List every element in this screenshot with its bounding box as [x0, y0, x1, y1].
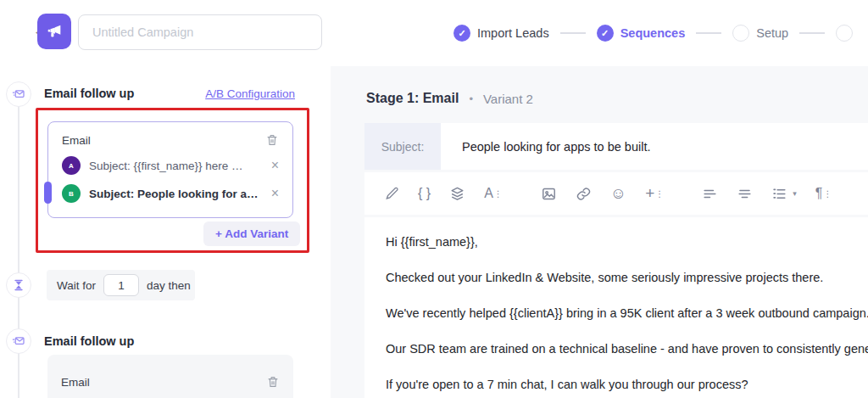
email-variant-card: Email A Subject: {{first_name}} here … ×…	[47, 121, 293, 218]
step-connector	[799, 32, 825, 34]
variant-a-badge: A	[62, 156, 81, 175]
trash-icon[interactable]	[266, 375, 280, 389]
wait-suffix: day then	[147, 279, 191, 292]
section-title: Email follow up	[44, 87, 134, 100]
campaign-name-input[interactable]	[78, 14, 322, 50]
check-circle-icon: ✓	[597, 25, 614, 42]
subject-row: Subject: People looking for apps to be b…	[364, 123, 868, 170]
megaphone-icon	[37, 14, 71, 49]
trash-icon[interactable]	[265, 133, 279, 147]
paragraph-icon[interactable]: ¶⋮	[815, 184, 832, 203]
step-label: Import Leads	[477, 26, 549, 40]
dot-separator: •	[469, 92, 473, 105]
wait-step: Wait for day then	[47, 270, 195, 300]
step-next[interactable]	[836, 25, 853, 42]
section-title: Email follow up	[44, 334, 134, 348]
card-type-label: Email	[61, 376, 90, 389]
empty-circle-icon	[732, 25, 749, 42]
align-left-icon[interactable]	[702, 184, 718, 203]
subject-value: People looking for apps to be built.	[462, 140, 650, 154]
close-icon[interactable]: ×	[271, 186, 279, 201]
align-center-icon[interactable]	[737, 184, 753, 203]
campaign-builder-app: ← ✓ Import Leads ✓ Sequences Se	[0, 0, 868, 398]
step-label: Setup	[756, 26, 788, 40]
body-line: If you're open to a 7 min chat, I can wa…	[386, 377, 868, 393]
stage-title: Stage 1: Email	[366, 91, 459, 106]
email-card-2: Email Subj	[47, 355, 293, 398]
add-variant-button[interactable]: + Add Variant	[203, 221, 300, 246]
ab-configuration-link[interactable]: A/B Configuration	[205, 87, 295, 100]
variant-b-badge: B	[62, 184, 81, 203]
wait-days-input[interactable]	[103, 274, 139, 296]
body-line: Our SDR team are trained on a technical …	[386, 341, 868, 357]
font-style-icon[interactable]: A⋮	[484, 184, 502, 203]
emoji-icon[interactable]: ☺	[610, 184, 626, 203]
sequence-sidebar: Email follow up A/B Configuration Email …	[0, 66, 331, 398]
step-label: Sequences	[620, 26, 686, 40]
chevron-down-icon: ▾	[793, 189, 797, 198]
empty-circle-icon	[836, 25, 853, 42]
step-connector	[560, 32, 586, 34]
email-send-icon	[6, 328, 31, 354]
email-send-icon	[6, 81, 31, 107]
variant-subject: Subject: People looking for a…	[89, 188, 263, 200]
top-header: ← ✓ Import Leads ✓ Sequences Se	[0, 0, 868, 66]
subject-label: Subject:	[381, 140, 425, 154]
editor-toolbar: { } A⋮	[364, 172, 868, 215]
numbered-list-icon[interactable]: ▾	[771, 184, 797, 203]
check-circle-icon: ✓	[453, 25, 470, 42]
variant-label: Variant 2	[483, 92, 533, 106]
subject-label-cell: Subject:	[364, 123, 441, 170]
email-body-editor[interactable]: Hi {{first_name}}, Checked out your Link…	[364, 217, 868, 398]
curly-braces-icon[interactable]: { }	[418, 184, 431, 203]
wait-prefix: Wait for	[57, 279, 96, 292]
body-line: Hi {{first_name}},	[386, 234, 868, 250]
step-import-leads[interactable]: ✓ Import Leads	[453, 25, 549, 42]
stage-header: Stage 1: Email • Variant 2	[366, 91, 533, 106]
body-line: We've recently helped {{clientA}} bring …	[386, 306, 868, 322]
variant-subject: Subject: {{first_name}} here …	[89, 160, 263, 172]
layers-icon[interactable]	[449, 184, 465, 203]
close-icon[interactable]: ×	[271, 158, 279, 173]
card-type-label: Email	[62, 134, 91, 147]
brush-icon[interactable]	[384, 184, 399, 203]
progress-stepper: ✓ Import Leads ✓ Sequences Setup	[453, 0, 853, 66]
step-setup[interactable]: Setup	[732, 25, 788, 42]
variant-row-b[interactable]: B Subject: People looking for a… ×	[62, 184, 279, 203]
selected-variant-indicator	[44, 182, 52, 204]
step-connector	[696, 32, 721, 34]
insert-plus-icon[interactable]: +⋮	[645, 184, 663, 203]
step-sequences[interactable]: ✓ Sequences	[597, 25, 686, 42]
image-icon[interactable]	[541, 184, 557, 203]
body-line: Checked out your LinkedIn & Website, som…	[386, 270, 868, 286]
subject-input[interactable]: People looking for apps to be built.	[441, 123, 868, 170]
variant-row-a[interactable]: A Subject: {{first_name}} here … ×	[62, 156, 279, 175]
link-icon[interactable]	[576, 184, 592, 203]
hourglass-icon	[6, 272, 31, 298]
editor-panel: Stage 1: Email • Variant 2 Subject: Peop…	[331, 66, 868, 398]
